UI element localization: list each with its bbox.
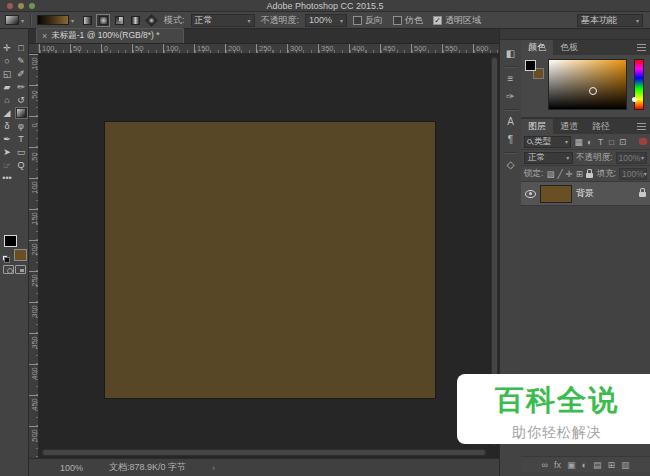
option-checkboxes: 反向 仿色 透明区域: [353, 14, 481, 27]
blur-tool[interactable]: δ: [1, 120, 14, 132]
layer-blend-mode-dropdown[interactable]: 正常 ▾: [524, 152, 573, 164]
layer-visibility-eye-icon[interactable]: [525, 190, 536, 198]
eraser-tool[interactable]: ◢: [1, 107, 14, 119]
document-canvas[interactable]: [105, 122, 435, 398]
history-brush-tool[interactable]: ↺: [15, 94, 28, 106]
ruler-tick-label: 200: [30, 243, 39, 256]
hand-tool[interactable]: ☞: [1, 159, 14, 171]
quick-mask-button[interactable]: [3, 265, 14, 274]
filter-shape-layers-icon[interactable]: □: [606, 136, 617, 148]
layer-mask-icon[interactable]: ▣: [567, 457, 576, 473]
filter-smart-objects-icon[interactable]: ⊡: [617, 136, 628, 148]
lock-transparent-pixels-icon[interactable]: ▨: [546, 167, 554, 181]
filter-adjustment-layers-icon[interactable]: ◐: [584, 136, 595, 148]
layer-filter-dropdown[interactable]: 类型 ▾: [524, 136, 571, 148]
ruler-tick-label: 100: [39, 44, 70, 53]
layer-lock-row: 锁定: ▨╱✛⊞ 填充: 100% ▾: [521, 166, 650, 182]
zoom-tool[interactable]: Q: [15, 159, 28, 171]
foreground-color-swatch[interactable]: [525, 60, 536, 71]
tools-grid: ✛□○✎◱✐▰✏⌂↺◢δφ✒T➤▭☞Q•••: [0, 41, 28, 184]
horizontal-scrollbar[interactable]: [41, 449, 487, 456]
tool-preset-picker[interactable]: ▾: [5, 15, 24, 25]
new-group-icon[interactable]: ▤: [593, 457, 602, 473]
3d-panel-icon[interactable]: ◇: [502, 157, 520, 173]
reflected-gradient-button[interactable]: [128, 14, 142, 27]
hue-slider[interactable]: [634, 59, 644, 110]
lock-position-icon[interactable]: ✛: [566, 167, 573, 181]
dock-icons: ◧ ≡ ✑ A ¶ ◇: [500, 40, 521, 174]
layer-opacity-field[interactable]: 100% ▾: [616, 152, 647, 164]
layer-fill-field[interactable]: 100% ▾: [619, 168, 647, 180]
lock-image-pixels-icon[interactable]: ╱: [557, 167, 562, 181]
clone-stamp-tool[interactable]: ⌂: [1, 94, 14, 106]
lock-all-icon[interactable]: [586, 173, 593, 178]
default-colors-icon[interactable]: [2, 255, 10, 263]
linear-gradient-button[interactable]: [80, 14, 94, 27]
color-panel: [521, 55, 650, 117]
chevron-down-icon: ▾: [340, 17, 343, 24]
shape-tool[interactable]: ▭: [15, 146, 28, 158]
filter-toggle-switch[interactable]: [639, 138, 647, 145]
brush-settings-panel-icon[interactable]: ✑: [502, 89, 520, 105]
move-tool[interactable]: ✛: [1, 42, 14, 54]
saturation-brightness-field[interactable]: [548, 59, 627, 110]
chevron-down-icon: ▾: [644, 170, 647, 177]
status-expander-icon[interactable]: ›: [212, 463, 215, 473]
eyedropper-tool[interactable]: ✐: [15, 68, 28, 80]
path-selection-tool[interactable]: ➤: [1, 146, 14, 158]
character-panel-icon[interactable]: A: [502, 114, 520, 130]
color-field-cursor[interactable]: [589, 87, 597, 95]
edit-toolbar-button[interactable]: •••: [1, 172, 14, 184]
divider: [504, 152, 518, 153]
new-layer-icon[interactable]: ⊞: [607, 457, 615, 473]
dodge-tool[interactable]: φ: [15, 120, 28, 132]
checkbox-label: 透明区域: [445, 14, 481, 27]
filter-pixel-layers-icon[interactable]: ▦: [573, 136, 584, 148]
radial-gradient-button[interactable]: [96, 14, 110, 27]
adjustments-panel-icon[interactable]: ◧: [502, 46, 520, 62]
lock-artboard-icon[interactable]: ⊞: [576, 167, 583, 181]
diamond-gradient-button[interactable]: [144, 14, 158, 27]
pen-tool[interactable]: ✒: [1, 133, 14, 145]
chevron-down-icon: ▾: [565, 138, 568, 145]
zoom-level-field[interactable]: 100%: [60, 463, 83, 473]
chevron-down-icon: ▾: [641, 154, 644, 161]
workspace-switcher[interactable]: 基本功能 ▾: [577, 14, 643, 27]
properties-panel-icon[interactable]: ≡: [502, 71, 520, 87]
filter-type-layers-icon[interactable]: T: [595, 136, 606, 148]
layer-thumbnail[interactable]: [540, 185, 572, 203]
hue-slider-marker[interactable]: [632, 97, 637, 102]
document-tab[interactable]: × 未标题-1 @ 100%(RGB/8*) *: [36, 28, 184, 43]
link-layers-icon[interactable]: ∞: [542, 457, 548, 473]
brush-tool[interactable]: ✏: [15, 81, 28, 93]
filter-type-value: 类型: [534, 136, 563, 148]
quick-selection-tool[interactable]: ✎: [15, 55, 28, 67]
canvas-viewport[interactable]: [39, 54, 499, 458]
gradient-picker[interactable]: ▾: [37, 15, 74, 25]
angle-gradient-button[interactable]: [112, 14, 126, 27]
ruler-tick-label: 0: [101, 44, 132, 53]
screen-mode-button[interactable]: [15, 265, 26, 274]
horizontal-ruler-labels: 1005005010015020025030035040045050055060…: [39, 44, 499, 53]
foreground-color-swatch[interactable]: [4, 235, 17, 247]
background-color-swatch[interactable]: [14, 249, 27, 261]
gradient-preview-swatch: [37, 15, 69, 25]
panel-menu-icon[interactable]: [637, 123, 646, 130]
blend-mode-dropdown[interactable]: 正常 ▾: [191, 14, 255, 27]
paragraph-panel-icon[interactable]: ¶: [502, 132, 520, 148]
panel-menu-icon[interactable]: [637, 44, 646, 51]
layer-effects-icon[interactable]: fx: [554, 457, 561, 473]
scrollbar-thumb[interactable]: [43, 450, 485, 455]
delete-layer-icon[interactable]: ▥: [621, 457, 630, 473]
ruler-tick-label: 100: [30, 57, 39, 70]
opacity-dropdown[interactable]: 100% ▾: [305, 14, 347, 27]
marquee-tool[interactable]: □: [15, 42, 28, 54]
adjustment-layer-icon[interactable]: ◐: [581, 457, 586, 473]
crop-tool[interactable]: ◱: [1, 68, 14, 80]
type-tool[interactable]: T: [15, 133, 28, 145]
lasso-tool[interactable]: ○: [1, 55, 14, 67]
close-tab-icon[interactable]: ×: [42, 32, 47, 41]
healing-brush-tool[interactable]: ▰: [1, 81, 14, 93]
gradient-tool[interactable]: [15, 107, 28, 119]
layer-row-background[interactable]: 背景: [521, 182, 650, 206]
